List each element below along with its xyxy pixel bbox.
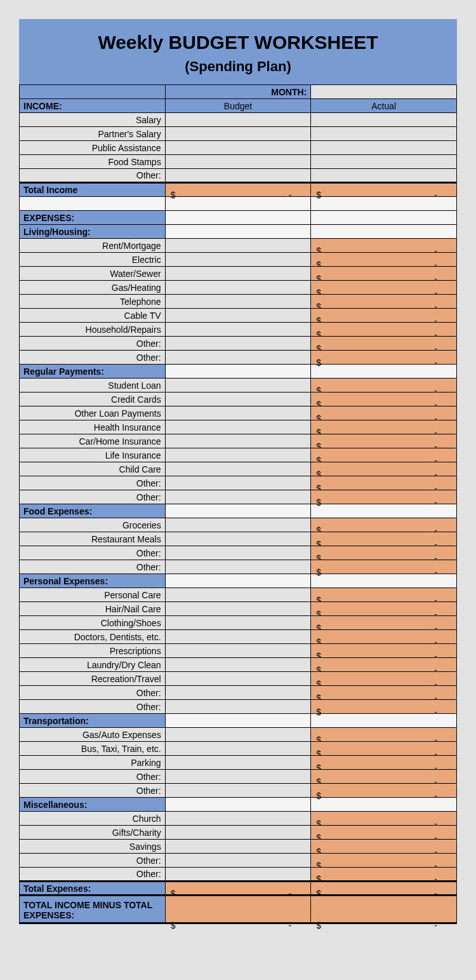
expense-budget [165,281,311,295]
expense-row: Health Insurance [20,420,166,434]
expense-row: Hair/Nail Care [20,602,166,616]
expense-row: Personal Care [20,588,166,602]
spacer [20,197,166,211]
expense-row: Credit Cards [20,393,166,406]
expense-budget [165,393,311,406]
expense-row: Other: [20,868,166,882]
expense-actual: $- [311,840,457,854]
title: Weekly BUDGET WORKSHEET [25,32,451,53]
expense-budget [165,323,311,337]
expense-row: Telephone [20,295,166,309]
expense-budget [165,672,311,686]
expense-row: Car/Home Insurance [20,434,166,448]
expense-row: Other: [20,686,166,700]
expense-row: Bus, Taxi, Train, etc. [20,742,166,756]
total-expenses: Total Expenses: [20,882,166,896]
expense-actual: $- [311,770,457,784]
income-row: Partner's Salary [20,127,166,141]
expense-budget [165,658,311,672]
expense-actual: $- [311,686,457,700]
expense-actual: $- [311,420,457,434]
expense-row: Other: [20,560,166,574]
expense-budget [165,700,311,714]
expense-row: Household/Repairs [20,323,166,337]
expense-budget [165,351,311,365]
expense-budget [165,295,311,309]
section-header: Miscellaneous: [20,798,166,812]
expense-budget [165,686,311,700]
blank [165,574,311,588]
expense-budget [165,490,311,504]
expense-row: Electric [20,253,166,267]
expense-budget [165,532,311,546]
expense-actual: $- [311,253,457,267]
blank [311,211,457,225]
expense-budget [165,420,311,434]
expense-actual: $- [311,756,457,770]
expense-actual: $- [311,476,457,490]
income-actual [311,113,457,127]
expense-budget [165,854,311,868]
blank [165,798,311,812]
blank [311,225,457,239]
income-header: INCOME: [20,99,166,113]
expense-row: Life Insurance [20,448,166,462]
expense-row: Other: [20,337,166,351]
expense-budget [165,756,311,770]
expense-budget [165,630,311,644]
expense-row: Church [20,812,166,826]
income-budget [165,113,311,127]
expense-budget [165,868,311,882]
col-budget: Budget [165,99,311,113]
budget-table: MONTH:INCOME:BudgetActualSalaryPartner's… [19,84,457,924]
blank [165,365,311,379]
expense-budget [165,476,311,490]
expense-row: Child Care [20,462,166,476]
expense-actual: $- [311,406,457,420]
section-header: Personal Expenses: [20,574,166,588]
expense-row: Other Loan Payments [20,406,166,420]
blank [165,504,311,518]
expense-budget [165,448,311,462]
expenses-header: EXPENSES: [20,211,166,225]
expense-budget [165,253,311,267]
expense-row: Gas/Heating [20,281,166,295]
expense-actual: $- [311,393,457,406]
expense-actual: $- [311,588,457,602]
section-header: Transportation: [20,714,166,728]
month-value [311,85,457,99]
total-exp-actual: $- [311,882,457,896]
expense-budget [165,560,311,574]
total-income-budget: $- [165,183,311,197]
income-row: Other: [20,169,166,183]
title-box: Weekly BUDGET WORKSHEET (Spending Plan) [19,19,457,84]
expense-row: Other: [20,351,166,365]
expense-row: Student Loan [20,379,166,393]
blank [20,85,166,99]
expense-row: Other: [20,476,166,490]
expense-actual: $- [311,281,457,295]
expense-row: Doctors, Dentists, etc. [20,630,166,644]
expense-actual: $- [311,337,457,351]
income-actual [311,155,457,169]
blank [165,225,311,239]
expense-actual: $- [311,700,457,714]
expense-budget [165,826,311,840]
expense-row: Gas/Auto Expenses [20,728,166,742]
expense-budget [165,742,311,756]
expense-row: Prescriptions [20,644,166,658]
expense-budget [165,239,311,253]
expense-actual: $- [311,658,457,672]
income-budget [165,169,311,183]
expense-budget [165,602,311,616]
expense-actual: $- [311,295,457,309]
expense-budget [165,588,311,602]
expense-actual: $- [311,742,457,756]
expense-budget [165,728,311,742]
expense-actual: $- [311,644,457,658]
expense-actual: $- [311,630,457,644]
expense-actual: $- [311,267,457,281]
total-exp-budget: $- [165,882,311,896]
expense-actual: $- [311,812,457,826]
expense-row: Gifts/Charity [20,826,166,840]
